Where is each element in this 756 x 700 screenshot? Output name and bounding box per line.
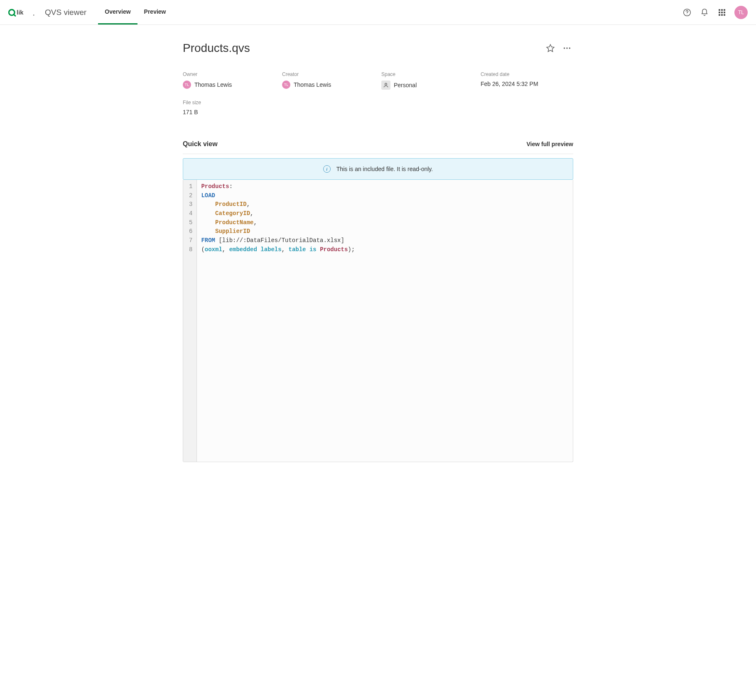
- info-icon: i: [323, 165, 331, 173]
- quick-view-header: Quick view View full preview: [183, 140, 573, 148]
- apps-grid-icon[interactable]: [717, 7, 727, 17]
- view-full-preview-link[interactable]: View full preview: [526, 141, 573, 147]
- meta-label: Space: [381, 71, 474, 77]
- svg-point-5: [687, 14, 687, 14]
- meta-label: File size: [183, 100, 275, 105]
- creator-avatar: TL: [282, 81, 290, 89]
- metadata-grid: Owner TL Thomas Lewis Creator TL Thomas …: [183, 71, 573, 115]
- quick-view-title: Quick view: [183, 140, 526, 148]
- line-gutter: 12345678: [183, 180, 197, 462]
- meta-filesize: File size 171 B: [183, 100, 275, 115]
- svg-point-9: [385, 83, 387, 85]
- svg-text:lik: lik: [17, 9, 24, 16]
- help-icon[interactable]: [682, 7, 692, 17]
- tab-preview[interactable]: Preview: [137, 0, 173, 24]
- meta-creator: Creator TL Thomas Lewis: [282, 71, 375, 90]
- meta-owner: Owner TL Thomas Lewis: [183, 71, 275, 90]
- svg-point-6: [564, 47, 565, 49]
- page-actions: [544, 42, 573, 54]
- svg-point-3: [33, 15, 34, 15]
- meta-value: TL Thomas Lewis: [183, 81, 275, 89]
- person-icon: [381, 81, 390, 90]
- meta-label: Created date: [481, 71, 573, 77]
- topbar: lik QVS viewer Overview Preview TL: [0, 0, 756, 25]
- user-avatar[interactable]: TL: [734, 6, 748, 19]
- meta-value: 171 B: [183, 109, 275, 115]
- meta-label: Owner: [183, 71, 275, 77]
- app-title: QVS viewer: [45, 8, 86, 17]
- nav-tabs: Overview Preview: [98, 0, 172, 24]
- meta-label: Creator: [282, 71, 375, 77]
- meta-value: TL Thomas Lewis: [282, 81, 375, 89]
- space-name: Personal: [394, 82, 417, 88]
- readonly-banner: i This is an included file. It is read-o…: [183, 158, 573, 180]
- more-menu-icon[interactable]: [561, 42, 573, 54]
- page-title: Products.qvs: [183, 42, 544, 55]
- owner-avatar: TL: [183, 81, 191, 89]
- meta-value: Personal: [381, 81, 474, 90]
- meta-value: Feb 26, 2024 5:32 PM: [481, 81, 573, 87]
- divider: [183, 154, 573, 154]
- code-preview: 12345678 Products:LOAD ProductID, Catego…: [183, 180, 573, 462]
- meta-space: Space Personal: [381, 71, 474, 90]
- tab-overview[interactable]: Overview: [98, 0, 137, 24]
- bell-icon[interactable]: [700, 7, 709, 17]
- owner-name: Thomas Lewis: [194, 81, 232, 88]
- code-content: Products:LOAD ProductID, CategoryID, Pro…: [197, 180, 573, 462]
- svg-line-1: [14, 14, 15, 16]
- banner-text: This is an included file. It is read-onl…: [336, 166, 433, 172]
- meta-created: Created date Feb 26, 2024 5:32 PM: [481, 71, 573, 90]
- svg-point-7: [566, 47, 567, 49]
- creator-name: Thomas Lewis: [294, 81, 331, 88]
- favorite-star-icon[interactable]: [544, 42, 557, 54]
- svg-point-8: [569, 47, 570, 49]
- main-content: Products.qvs Owner TL Thomas Lewis Creat: [174, 25, 582, 479]
- topbar-actions: TL: [682, 6, 748, 19]
- page-header: Products.qvs: [183, 42, 573, 55]
- qlik-logo[interactable]: lik: [8, 7, 35, 18]
